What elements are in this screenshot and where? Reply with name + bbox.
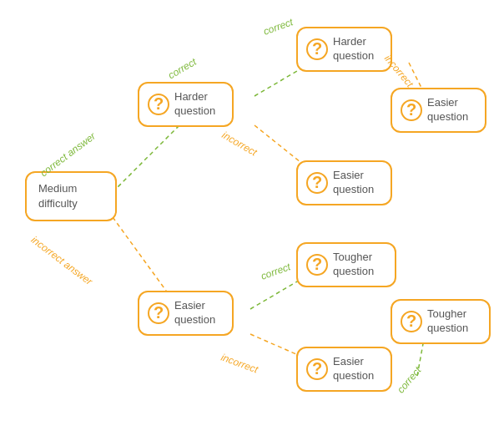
harder-question-node-1: ? Harderquestion bbox=[138, 82, 234, 127]
medium-difficulty-node: Medium difficulty bbox=[25, 171, 117, 221]
question-icon-8: ? bbox=[401, 311, 422, 332]
correct-label-1: correct bbox=[166, 56, 199, 81]
tougher-question-node-2: ? Tougherquestion bbox=[391, 299, 491, 344]
incorrect-label-3: incorrect bbox=[219, 352, 260, 376]
harder-question-label-1: Harderquestion bbox=[174, 90, 215, 119]
correct-label-3: correct bbox=[260, 261, 292, 282]
incorrect-label-2: incorrect bbox=[382, 53, 416, 89]
incorrect-label-1: incorrect bbox=[220, 129, 260, 158]
easier-question-node-3: ? Easierquestion bbox=[296, 347, 392, 392]
correct-label-4: correct bbox=[395, 364, 423, 395]
question-icon-7: ? bbox=[306, 358, 328, 380]
question-icon-3: ? bbox=[401, 99, 422, 121]
harder-question-label-2: Harderquestion bbox=[333, 35, 374, 63]
incorrect-answer-label: incorrect answer bbox=[29, 234, 95, 287]
easier-question-node-1: ? Easierquestion bbox=[391, 88, 486, 133]
easier-question-label-main: Easierquestion bbox=[174, 299, 215, 327]
easier-question-label-2: Easierquestion bbox=[333, 169, 374, 197]
question-icon-1: ? bbox=[148, 94, 169, 115]
question-icon-2: ? bbox=[306, 38, 328, 60]
question-icon-5: ? bbox=[148, 302, 169, 324]
medium-difficulty-label: Medium difficulty bbox=[38, 182, 78, 210]
correct-label-2: correct bbox=[262, 16, 295, 38]
tougher-question-label-1: Tougherquestion bbox=[333, 251, 374, 279]
easier-question-node-main: ? Easierquestion bbox=[138, 291, 234, 336]
question-icon-6: ? bbox=[306, 254, 328, 276]
harder-question-node-2: ? Harderquestion bbox=[296, 27, 392, 72]
easier-question-label-3: Easierquestion bbox=[333, 355, 374, 383]
easier-question-label-1: Easierquestion bbox=[427, 96, 468, 124]
easier-question-node-2: ? Easierquestion bbox=[296, 160, 392, 205]
tougher-question-node-1: ? Tougherquestion bbox=[296, 242, 396, 287]
question-icon-4: ? bbox=[306, 172, 328, 194]
tougher-question-label-2: Tougherquestion bbox=[427, 307, 468, 336]
